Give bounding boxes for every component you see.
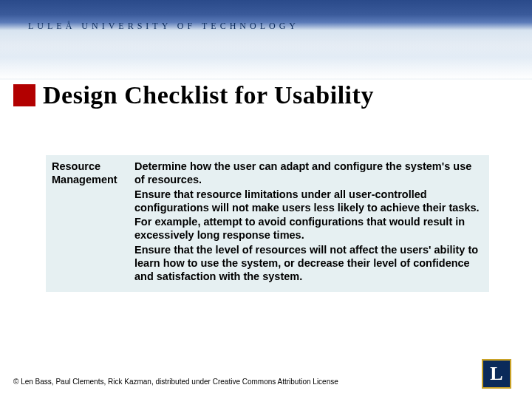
title-bullet-icon xyxy=(13,84,35,106)
slide-title: Design Checklist for Usability xyxy=(43,81,374,109)
header-mountain-overlay xyxy=(0,43,532,78)
table-row: Resource Management Determine how the us… xyxy=(46,155,489,292)
slide: LULEÅ UNIVERSITY OF TECHNOLOGY Design Ch… xyxy=(0,0,532,399)
footer-attribution: © Len Bass, Paul Clements, Rick Kazman, … xyxy=(13,378,338,386)
row-content: Determine how the user can adapt and con… xyxy=(132,155,489,292)
content-paragraph: Determine how the user can adapt and con… xyxy=(134,160,482,186)
content-paragraph: Ensure that the level of resources will … xyxy=(134,243,482,283)
university-name: LULEÅ UNIVERSITY OF TECHNOLOGY xyxy=(28,21,299,32)
content-paragraph: Ensure that resource limitations under a… xyxy=(134,188,482,242)
title-row: Design Checklist for Usability xyxy=(13,81,374,109)
content-table: Resource Management Determine how the us… xyxy=(46,155,489,292)
row-label: Resource Management xyxy=(46,155,132,292)
university-logo: L xyxy=(482,359,511,389)
logo-letter: L xyxy=(490,363,502,385)
